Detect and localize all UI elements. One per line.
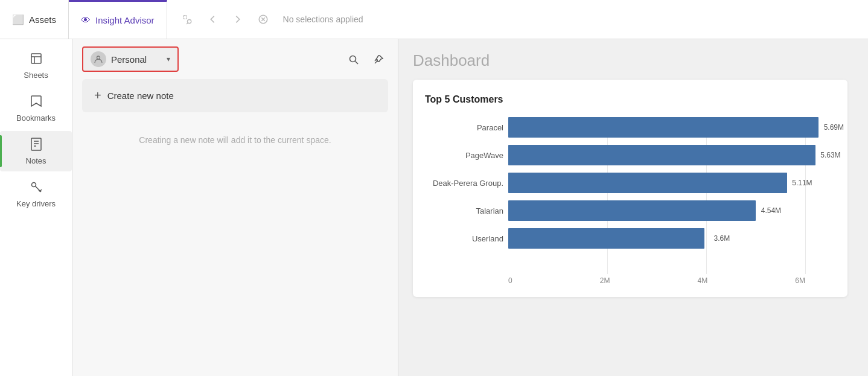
personal-dropdown[interactable]: Personal ▾ (82, 46, 179, 72)
notes-search-btn[interactable] (343, 49, 363, 69)
notes-panel-header: Personal ▾ (72, 39, 398, 79)
bar-chart: Paracel5.69MPageWave5.63MDeak-Perera Gro… (425, 117, 835, 274)
notes-label: Notes (26, 156, 46, 165)
notes-panel: Personal ▾ + Create new note Creating a … (72, 39, 398, 376)
svg-line-17 (355, 61, 358, 64)
back-btn[interactable] (202, 9, 223, 30)
notes-empty-message: Creating a new note will add it to the c… (72, 122, 398, 159)
assets-label: Assets (29, 14, 56, 25)
x-axis-label: 2M (600, 276, 610, 285)
sheets-icon (29, 51, 43, 68)
insight-advisor-label: Insight Advisor (95, 15, 155, 25)
forward-btn[interactable] (228, 9, 248, 30)
x-axis-label: 6M (795, 276, 805, 285)
clear-btn[interactable] (253, 9, 273, 30)
sidebar-item-bookmarks[interactable]: Bookmarks (0, 88, 72, 129)
key-drivers-label: Key drivers (16, 199, 56, 208)
create-note-label: Create new note (107, 91, 174, 101)
tab-insight-advisor[interactable]: 👁 Insight Advisor (69, 0, 167, 39)
bookmarks-icon (30, 94, 43, 110)
main-content: Sheets Bookmarks Notes Key drivers (0, 39, 868, 376)
sidebar-item-key-drivers[interactable]: Key drivers (0, 174, 72, 214)
svg-point-13 (31, 183, 36, 187)
sidebar-item-sheets[interactable]: Sheets (0, 45, 72, 86)
bar-container: 5.63M (508, 145, 835, 165)
svg-rect-0 (183, 16, 186, 19)
topbar-actions: No selections applied (167, 9, 373, 30)
bar-container: 4.54M (508, 200, 835, 221)
notes-icon (30, 137, 43, 153)
sidebar-nav: Sheets Bookmarks Notes Key drivers (0, 39, 72, 376)
dashboard-title: Dashboard (413, 51, 854, 70)
plus-icon: + (94, 89, 101, 103)
dashboard-area: Dashboard Top 5 Customers Paracel5.69MPa… (398, 39, 868, 376)
svg-rect-9 (31, 138, 41, 150)
svg-rect-6 (31, 54, 41, 63)
bar-row: PageWave5.63M (425, 145, 835, 165)
bar-value: 5.11M (792, 179, 812, 187)
tab-assets[interactable]: ⬜ Assets (0, 0, 69, 39)
bar-value: 5.63M (820, 151, 840, 159)
bar-row: Paracel5.69M (425, 117, 835, 138)
svg-line-18 (375, 61, 377, 63)
bar-value: 3.6M (714, 234, 730, 243)
bar-fill: 5.69M (508, 117, 819, 138)
search-selections-btn[interactable] (177, 9, 197, 30)
bar-label: Deak-Perera Group. (425, 179, 503, 188)
topbar: ⬜ Assets 👁 Insight Advisor No selections… (0, 0, 868, 39)
chart-title: Top 5 Customers (425, 94, 835, 105)
bar-fill: 5.63M (508, 145, 815, 165)
bar-label: Paracel (425, 123, 503, 132)
create-note-button[interactable]: + Create new note (82, 79, 388, 112)
bar-label: PageWave (425, 151, 503, 160)
svg-line-2 (187, 23, 188, 24)
bar-row: Userland3.6M (425, 228, 835, 249)
no-selections-label: No selections applied (278, 14, 363, 24)
bar-fill: 4.54M (508, 200, 756, 221)
notes-pin-btn[interactable] (369, 49, 388, 69)
grid-overlay (508, 117, 805, 274)
bar-container: 5.11M (508, 173, 835, 193)
svg-point-15 (97, 56, 100, 59)
avatar-icon (91, 51, 106, 67)
notes-panel-icons (343, 49, 388, 69)
insight-advisor-icon: 👁 (81, 15, 91, 26)
bar-fill: 3.6M (508, 228, 704, 249)
dropdown-arrow-icon: ▾ (167, 55, 170, 63)
bar-container: 3.6M (508, 228, 835, 249)
personal-dropdown-label: Personal (111, 54, 147, 65)
bar-fill: 5.11M (508, 173, 787, 193)
bar-value: 5.69M (824, 123, 844, 132)
x-axis-label: 4M (698, 276, 708, 285)
svg-point-1 (187, 19, 191, 23)
x-axis-label: 0 (508, 276, 512, 285)
assets-icon: ⬜ (12, 14, 24, 25)
bar-label: Userland (425, 234, 503, 243)
x-axis-labels: 02M4M6M (508, 276, 835, 285)
sidebar-item-notes[interactable]: Notes (0, 131, 72, 171)
bar-container: 5.69M (508, 117, 835, 138)
svg-point-16 (349, 56, 356, 62)
sheets-label: Sheets (24, 71, 48, 80)
key-drivers-icon (29, 180, 43, 196)
bar-row: Deak-Perera Group.5.11M (425, 173, 835, 193)
bar-label: Talarian (425, 206, 503, 215)
bookmarks-label: Bookmarks (16, 113, 56, 123)
bar-row: Talarian4.54M (425, 200, 835, 221)
chart-card: Top 5 Customers Paracel5.69MPageWave5.63… (413, 80, 847, 297)
bar-value: 4.54M (761, 206, 781, 215)
